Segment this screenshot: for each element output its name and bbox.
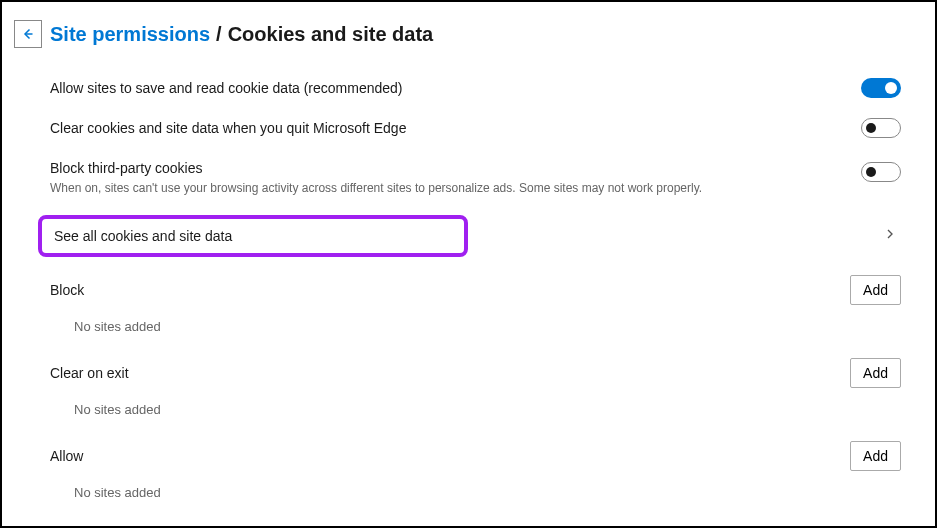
allow-empty-text: No sites added [50, 471, 901, 506]
allow-cookies-label: Allow sites to save and read cookie data… [50, 80, 861, 96]
clear-on-quit-row: Clear cookies and site data when you qui… [50, 108, 901, 148]
clear-on-exit-section: Clear on exit Add No sites added [50, 358, 901, 423]
row-text: Clear cookies and site data when you qui… [50, 120, 861, 136]
breadcrumb-current: Cookies and site data [228, 23, 434, 46]
breadcrumb-parent-link[interactable]: Site permissions [50, 23, 210, 46]
clear-on-quit-label: Clear cookies and site data when you qui… [50, 120, 861, 136]
block-title: Block [50, 282, 84, 298]
row-text: Allow sites to save and read cookie data… [50, 80, 861, 96]
block-third-party-label: Block third-party cookies [50, 160, 861, 176]
see-all-cookies-row[interactable]: See all cookies and site data [50, 215, 901, 257]
allow-title: Allow [50, 448, 83, 464]
clear-on-exit-empty-text: No sites added [50, 388, 901, 423]
settings-content: Allow sites to save and read cookie data… [2, 56, 935, 526]
allow-section: Allow Add No sites added [50, 441, 901, 506]
clear-on-exit-title: Clear on exit [50, 365, 129, 381]
block-third-party-row: Block third-party cookies When on, sites… [50, 148, 901, 207]
row-text: Block third-party cookies When on, sites… [50, 160, 861, 197]
clear-on-exit-add-button[interactable]: Add [850, 358, 901, 388]
section-header: Block Add [50, 275, 901, 305]
block-third-party-description: When on, sites can't use your browsing a… [50, 180, 861, 197]
breadcrumb-separator: / [216, 23, 222, 46]
breadcrumb: Site permissions / Cookies and site data [50, 23, 433, 46]
section-header: Clear on exit Add [50, 358, 901, 388]
allow-cookies-toggle[interactable] [861, 78, 901, 98]
block-add-button[interactable]: Add [850, 275, 901, 305]
block-third-party-toggle[interactable] [861, 162, 901, 182]
block-section: Block Add No sites added [50, 275, 901, 340]
allow-cookies-row: Allow sites to save and read cookie data… [50, 68, 901, 108]
section-header: Allow Add [50, 441, 901, 471]
clear-on-quit-toggle[interactable] [861, 118, 901, 138]
block-empty-text: No sites added [50, 305, 901, 340]
see-all-cookies-label: See all cookies and site data [54, 228, 232, 244]
allow-add-button[interactable]: Add [850, 441, 901, 471]
highlight-annotation: See all cookies and site data [38, 215, 468, 257]
arrow-left-icon [19, 25, 37, 43]
page-header: Site permissions / Cookies and site data [2, 2, 935, 56]
chevron-right-icon[interactable] [882, 226, 901, 245]
back-button[interactable] [14, 20, 42, 48]
